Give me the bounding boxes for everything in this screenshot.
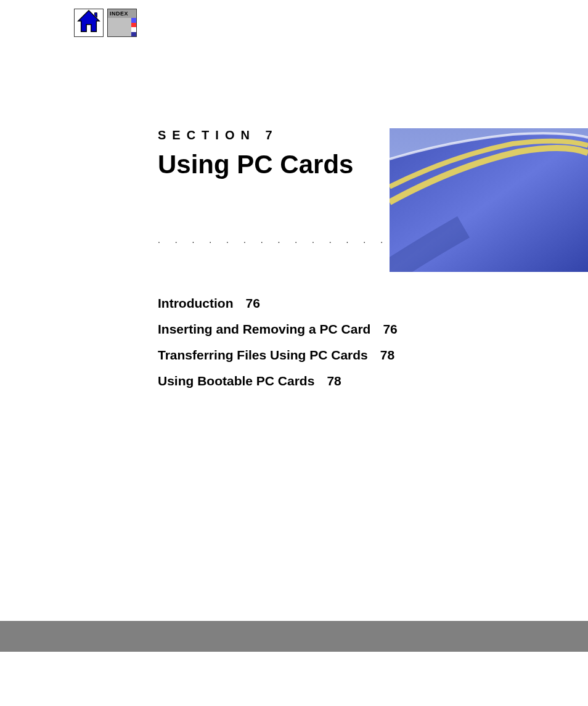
table-of-contents: Introduction 76 Inserting and Removing a… bbox=[158, 296, 398, 400]
divider-dots: . . . . . . . . . . . . . . . . . . . . … bbox=[158, 235, 392, 245]
toc-entry-page: 78 bbox=[327, 374, 341, 388]
home-button[interactable] bbox=[74, 9, 104, 37]
toc-entry-title: Inserting and Removing a PC Card bbox=[158, 322, 370, 337]
index-tabs-icon bbox=[131, 18, 136, 36]
index-button[interactable]: INDEX bbox=[107, 9, 137, 37]
toolbar: INDEX bbox=[74, 9, 137, 37]
toc-entry-title: Introduction bbox=[158, 296, 233, 311]
toc-entry-page: 78 bbox=[380, 348, 394, 363]
footer-bar bbox=[0, 621, 588, 652]
home-icon bbox=[76, 9, 102, 36]
toc-entry[interactable]: Transferring Files Using PC Cards 78 bbox=[158, 348, 398, 363]
toc-entry-page: 76 bbox=[383, 322, 397, 337]
toc-entry-page: 76 bbox=[245, 296, 259, 311]
hero-image bbox=[390, 128, 588, 272]
index-icon-label: INDEX bbox=[108, 9, 136, 18]
toc-entry-title: Transferring Files Using PC Cards bbox=[158, 348, 368, 363]
toc-entry[interactable]: Using Bootable PC Cards 78 bbox=[158, 374, 398, 388]
toc-entry[interactable]: Introduction 76 bbox=[158, 296, 398, 311]
toc-entry-title: Using Bootable PC Cards bbox=[158, 374, 314, 388]
toc-entry[interactable]: Inserting and Removing a PC Card 76 bbox=[158, 322, 398, 337]
